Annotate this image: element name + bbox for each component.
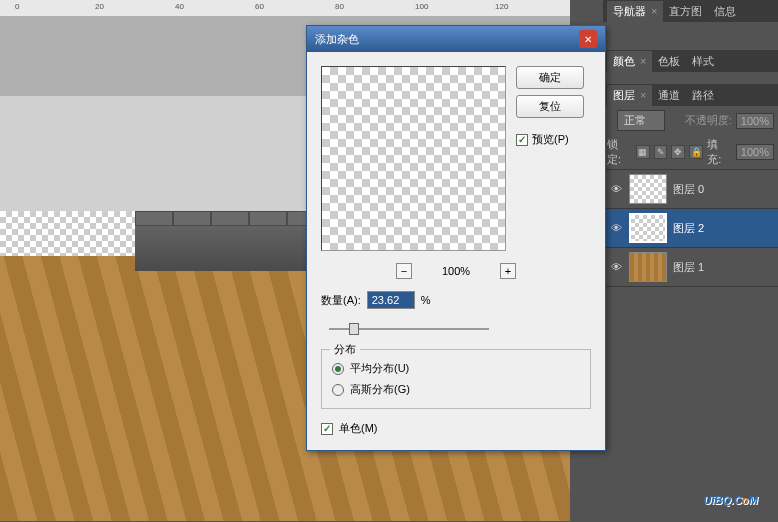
layer-thumbnail[interactable] xyxy=(629,174,667,204)
slider-thumb[interactable] xyxy=(349,323,359,335)
tab-channels[interactable]: 通道 xyxy=(652,85,686,106)
color-tabs: 颜色 × 色板 样式 xyxy=(603,50,778,72)
close-icon: × xyxy=(637,89,646,101)
dialog-titlebar[interactable]: 添加杂色 ✕ xyxy=(307,26,605,52)
lock-transparency-icon[interactable]: ▦ xyxy=(636,145,650,159)
zoom-out-button[interactable]: − xyxy=(396,263,412,279)
preview-label: 预览(P) xyxy=(532,132,569,147)
layer-row[interactable]: 👁 图层 1 xyxy=(603,248,778,287)
blend-mode-row: 正常 不透明度: 100% xyxy=(603,106,778,135)
lock-label: 锁定: xyxy=(607,137,632,167)
color-panel-body xyxy=(603,72,778,84)
distribution-fieldset: 分布 平均分布(U) 高斯分布(G) xyxy=(321,349,591,409)
lock-paint-icon[interactable]: ✎ xyxy=(654,145,668,159)
tab-swatches[interactable]: 色板 xyxy=(652,51,686,72)
watermark: UiBQ.CoM xyxy=(704,484,758,510)
ruler-mark: 60 xyxy=(255,2,264,11)
layers-tabs: 图层 × 通道 路径 xyxy=(603,84,778,106)
amount-label: 数量(A): xyxy=(321,293,361,308)
visibility-icon[interactable]: 👁 xyxy=(609,182,623,196)
gaussian-label: 高斯分布(G) xyxy=(350,382,410,397)
close-button[interactable]: ✕ xyxy=(579,30,597,48)
opacity-value[interactable]: 100% xyxy=(736,113,774,129)
preview-thumbnail[interactable] xyxy=(321,66,506,251)
amount-input[interactable] xyxy=(367,291,415,309)
tab-paths[interactable]: 路径 xyxy=(686,85,720,106)
ruler-horizontal: 0 20 40 60 80 100 120 xyxy=(0,0,570,16)
gaussian-radio[interactable] xyxy=(332,384,344,396)
opacity-label: 不透明度: xyxy=(685,113,732,128)
ruler-mark: 20 xyxy=(95,2,104,11)
right-panel-group: 导航器 × 直方图 信息 颜色 × 色板 样式 图层 × 通道 路径 正常 不透… xyxy=(603,0,778,522)
monochrome-label: 单色(M) xyxy=(339,421,378,436)
visibility-icon[interactable]: 👁 xyxy=(609,260,623,274)
tab-info[interactable]: 信息 xyxy=(708,1,742,22)
uniform-radio[interactable] xyxy=(332,363,344,375)
layer-thumbnail[interactable] xyxy=(629,252,667,282)
lock-row: 锁定: ▦ ✎ ✥ 🔒 填充: 100% xyxy=(603,135,778,169)
ruler-mark: 0 xyxy=(15,2,19,11)
layer-row[interactable]: 👁 图层 0 xyxy=(603,170,778,209)
close-icon: × xyxy=(648,5,657,17)
zoom-in-button[interactable]: + xyxy=(500,263,516,279)
ruler-mark: 100 xyxy=(415,2,428,11)
canvas-sofa-cushions xyxy=(135,211,325,226)
monochrome-checkbox[interactable] xyxy=(321,423,333,435)
zoom-row: − 100% + xyxy=(321,263,591,279)
amount-row: 数量(A): % xyxy=(321,291,591,309)
tab-layers[interactable]: 图层 × xyxy=(607,85,652,106)
layers-list: 👁 图层 0 👁 图层 2 👁 图层 1 xyxy=(603,169,778,287)
layer-thumbnail[interactable] xyxy=(629,213,667,243)
close-icon: × xyxy=(637,55,646,67)
visibility-icon[interactable]: 👁 xyxy=(609,221,623,235)
ruler-mark: 120 xyxy=(495,2,508,11)
blend-mode-select[interactable]: 正常 xyxy=(617,110,665,131)
tab-histogram[interactable]: 直方图 xyxy=(663,1,708,22)
ruler-mark: 80 xyxy=(335,2,344,11)
dialog-title-text: 添加杂色 xyxy=(315,32,359,47)
dialog-body: 确定 复位 预览(P) − 100% + 数量(A): % 分布 xyxy=(307,52,605,450)
navigator-tabs: 导航器 × 直方图 信息 xyxy=(603,0,778,22)
amount-unit: % xyxy=(421,294,431,306)
tab-color[interactable]: 颜色 × xyxy=(607,51,652,72)
ok-button[interactable]: 确定 xyxy=(516,66,584,89)
preview-checkbox[interactable] xyxy=(516,134,528,146)
fill-label: 填充: xyxy=(707,137,732,167)
amount-slider[interactable] xyxy=(329,321,489,337)
gaussian-radio-row[interactable]: 高斯分布(G) xyxy=(332,379,580,400)
uniform-radio-row[interactable]: 平均分布(U) xyxy=(332,358,580,379)
add-noise-dialog: 添加杂色 ✕ 确定 复位 预览(P) − 100% + 数量(A): % xyxy=(306,25,606,451)
ruler-mark: 40 xyxy=(175,2,184,11)
tab-navigator[interactable]: 导航器 × xyxy=(607,1,663,22)
reset-button[interactable]: 复位 xyxy=(516,95,584,118)
tab-styles[interactable]: 样式 xyxy=(686,51,720,72)
monochrome-row[interactable]: 单色(M) xyxy=(321,421,591,436)
fill-value[interactable]: 100% xyxy=(736,144,774,160)
uniform-label: 平均分布(U) xyxy=(350,361,409,376)
canvas-transparent-region xyxy=(0,211,140,256)
lock-all-icon[interactable]: 🔒 xyxy=(689,145,703,159)
lock-position-icon[interactable]: ✥ xyxy=(671,145,685,159)
layer-name: 图层 2 xyxy=(673,221,704,236)
zoom-value: 100% xyxy=(442,265,470,277)
layer-name: 图层 1 xyxy=(673,260,704,275)
layer-name: 图层 0 xyxy=(673,182,704,197)
navigator-panel-body xyxy=(603,22,778,50)
layer-row[interactable]: 👁 图层 2 xyxy=(603,209,778,248)
distribution-legend: 分布 xyxy=(330,342,360,357)
